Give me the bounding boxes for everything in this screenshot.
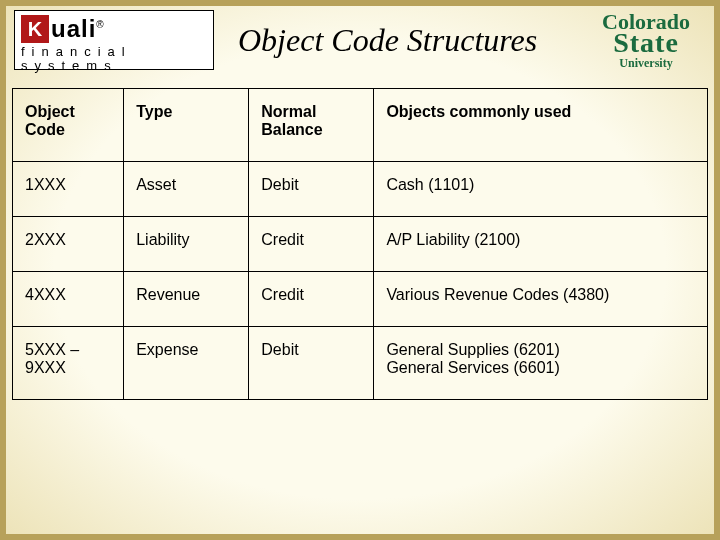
th-type: Type [124,89,249,162]
cell-balance: Credit [249,217,374,272]
object-code-table: Object Code Type Normal Balance Objects … [12,88,708,400]
kuali-logo-word: uali® [51,15,105,43]
registered-icon: ® [96,19,104,30]
table-row: 1XXX Asset Debit Cash (1101) [13,162,708,217]
kuali-logo: Kuali® financial systems [14,10,214,70]
cell-balance: Debit [249,162,374,217]
slide-header: Kuali® financial systems Object Code Str… [0,0,720,88]
cell-type: Liability [124,217,249,272]
kuali-logo-k: K [21,15,49,43]
table-row: 2XXX Liability Credit A/P Liability (210… [13,217,708,272]
cell-usage: General Supplies (6201) General Services… [374,327,708,400]
table-header-row: Object Code Type Normal Balance Objects … [13,89,708,162]
th-object-code: Object Code [13,89,124,162]
cell-code: 2XXX [13,217,124,272]
cell-balance: Credit [249,272,374,327]
cell-type: Expense [124,327,249,400]
table-row: 4XXX Revenue Credit Various Revenue Code… [13,272,708,327]
kuali-logo-subtitle: financial systems [21,45,207,73]
cell-type: Revenue [124,272,249,327]
csu-line2: State [586,31,706,56]
th-normal-balance: Normal Balance [249,89,374,162]
csu-logo: Colorado State University [586,12,706,69]
cell-usage: Various Revenue Codes (4380) [374,272,708,327]
cell-type: Asset [124,162,249,217]
slide-title: Object Code Structures [232,22,568,59]
cell-code: 4XXX [13,272,124,327]
cell-usage: A/P Liability (2100) [374,217,708,272]
cell-usage: Cash (1101) [374,162,708,217]
csu-line3: University [586,58,706,69]
th-objects-used: Objects commonly used [374,89,708,162]
cell-balance: Debit [249,327,374,400]
table-row: 5XXX – 9XXX Expense Debit General Suppli… [13,327,708,400]
cell-code: 1XXX [13,162,124,217]
cell-code: 5XXX – 9XXX [13,327,124,400]
